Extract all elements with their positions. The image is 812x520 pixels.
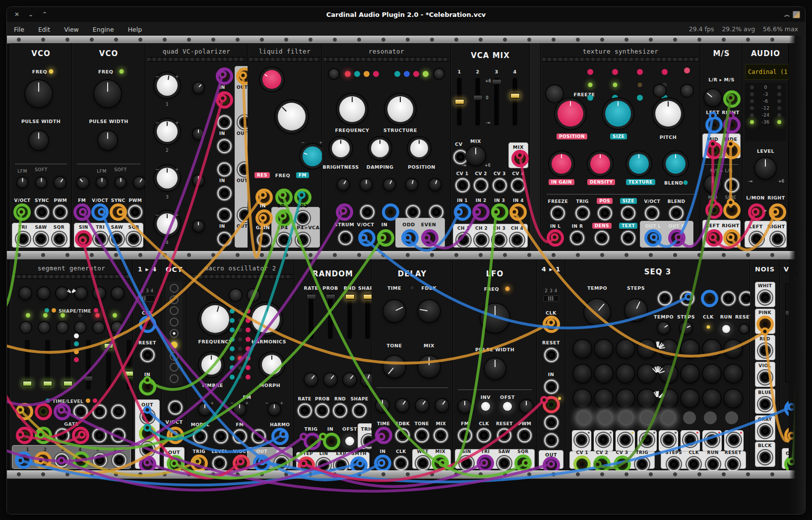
fm-atten[interactable] — [458, 400, 471, 413]
trig-jack[interactable] — [305, 434, 319, 449]
input-jack[interactable] — [93, 205, 107, 219]
step-button[interactable] — [599, 411, 612, 424]
in-gain-knob[interactable] — [552, 154, 571, 174]
freq-knob[interactable] — [94, 80, 121, 107]
cv-jack[interactable] — [193, 429, 207, 444]
timbre-knob[interactable] — [201, 355, 221, 375]
gate-jack[interactable] — [659, 430, 678, 452]
cv-jack[interactable] — [273, 429, 287, 444]
ch1-in-jack[interactable] — [217, 69, 232, 83]
out-jack[interactable] — [635, 457, 649, 470]
seg-mode-button[interactable] — [39, 322, 50, 333]
blend-icon[interactable] — [612, 69, 618, 75]
cv-jack[interactable] — [493, 178, 507, 193]
time-knob[interactable] — [383, 300, 405, 322]
io-jack[interactable] — [570, 231, 584, 245]
in-jack-2[interactable] — [544, 397, 559, 412]
output-jack[interactable] — [492, 233, 506, 247]
module-random[interactable]: RANDOM RATE PROB RND SHAPE RATEPROBRNDSH… — [294, 260, 372, 470]
module-macro-oscillator-2[interactable]: macro oscillator 2 FREQUENCY HARMONICS T — [187, 260, 294, 470]
cv-jack[interactable] — [395, 428, 410, 443]
cv-jack[interactable] — [598, 206, 612, 220]
ch4-knob[interactable] — [157, 213, 178, 234]
edit-icon[interactable] — [684, 67, 690, 73]
cv-atten-knob[interactable] — [406, 179, 418, 191]
device-display[interactable]: Cardinal (1 — [745, 64, 789, 80]
module-seq3[interactable]: SEQ 3 TEMPO STEPS TEMPO STEPS CLK RUN RE… — [565, 260, 750, 470]
output-jack[interactable] — [76, 232, 91, 246]
lfm-knob[interactable] — [97, 178, 107, 188]
cv-jack[interactable] — [575, 206, 590, 220]
mode-icon[interactable] — [364, 71, 370, 77]
input-jack[interactable] — [493, 205, 507, 219]
clk-in-jack[interactable] — [702, 291, 717, 306]
plugin-icon[interactable] — [793, 11, 800, 18]
close-icon[interactable]: ✕ — [13, 11, 21, 18]
menu-item[interactable]: Engine — [86, 26, 121, 33]
tone-knob[interactable] — [383, 356, 405, 378]
fm-jack[interactable] — [296, 190, 310, 204]
io-jack[interactable] — [254, 456, 269, 470]
module-quad-vc-polarizer[interactable]: quad VC-polarizer −+ 1 IN OUT −+ 2 — [145, 43, 248, 251]
step-button[interactable] — [620, 411, 632, 424]
fdbk-knob[interactable] — [418, 300, 440, 322]
seg-mode-button[interactable] — [20, 322, 31, 333]
size-knob[interactable] — [605, 101, 631, 127]
module-delay[interactable]: DELAY TIME FDBK TONE MIX TIMEFDBKTONEMIX… — [372, 260, 453, 470]
seg-type-icon[interactable] — [74, 357, 79, 362]
ch4-cv-knob[interactable] — [193, 221, 204, 232]
structure-knob[interactable] — [387, 96, 413, 122]
gate-jack[interactable] — [92, 428, 107, 443]
rnd-cv-knob[interactable] — [343, 373, 356, 386]
in-jack[interactable] — [394, 456, 408, 470]
ch3-in-jack[interactable] — [217, 162, 232, 177]
in-jack[interactable] — [324, 434, 339, 449]
output-jack[interactable] — [16, 232, 30, 246]
texture-knob[interactable] — [629, 154, 649, 174]
out-jack[interactable] — [516, 456, 530, 470]
dec-jack[interactable] — [725, 178, 739, 193]
shape-knob[interactable] — [38, 287, 50, 299]
right-out-jack[interactable] — [725, 231, 739, 245]
time-level-jack[interactable] — [55, 404, 69, 419]
cv-jack[interactable] — [315, 403, 329, 418]
module-audio[interactable]: AUDIO Cardinal (1 0 -3 -6 -12 — [743, 43, 789, 251]
rate-fader[interactable] — [309, 293, 313, 339]
position-knob[interactable] — [558, 101, 583, 127]
shape-knob[interactable] — [93, 287, 105, 299]
seg-type-icon[interactable] — [74, 333, 79, 338]
octave-cell[interactable] — [170, 295, 179, 304]
shape-cv-knob[interactable] — [361, 373, 372, 386]
mode-button[interactable] — [654, 85, 666, 97]
cv-jack[interactable] — [477, 428, 491, 443]
cv-jack[interactable] — [455, 178, 470, 193]
mode-switch[interactable] — [543, 295, 559, 302]
seg-slider[interactable] — [126, 340, 131, 390]
ofst-button[interactable] — [503, 402, 512, 411]
ch1-knob[interactable] — [157, 75, 178, 96]
seg-out-jack[interactable] — [74, 453, 88, 467]
output-jack[interactable] — [34, 232, 48, 246]
input-jack[interactable] — [111, 205, 125, 219]
mode-icon[interactable] — [637, 95, 643, 101]
out-jack[interactable] — [299, 458, 313, 470]
seg-type-icon[interactable] — [74, 341, 79, 346]
mid-out-jack[interactable] — [707, 143, 721, 158]
seg-out-jack[interactable] — [93, 453, 107, 467]
output-jack[interactable] — [474, 233, 489, 247]
mix-atten[interactable] — [436, 399, 448, 412]
right-out-jack[interactable] — [770, 232, 785, 246]
blend-icon[interactable] — [662, 69, 668, 75]
pitch-knob[interactable] — [655, 101, 681, 127]
mode-icon[interactable] — [612, 95, 618, 101]
module-segment-generator[interactable]: segment generator SHAPE/TIME — [10, 260, 133, 470]
ch1-in2-jack[interactable] — [217, 93, 232, 107]
pwm-atten-knob[interactable] — [55, 177, 66, 189]
fdbk-atten[interactable] — [396, 399, 409, 412]
fm-atten-knob[interactable] — [77, 177, 89, 189]
io-jack[interactable] — [274, 456, 289, 470]
cv-jack[interactable] — [551, 206, 565, 220]
gate-jack[interactable] — [73, 428, 88, 443]
out-jack[interactable] — [416, 456, 430, 470]
cv-jack[interactable] — [383, 205, 398, 219]
